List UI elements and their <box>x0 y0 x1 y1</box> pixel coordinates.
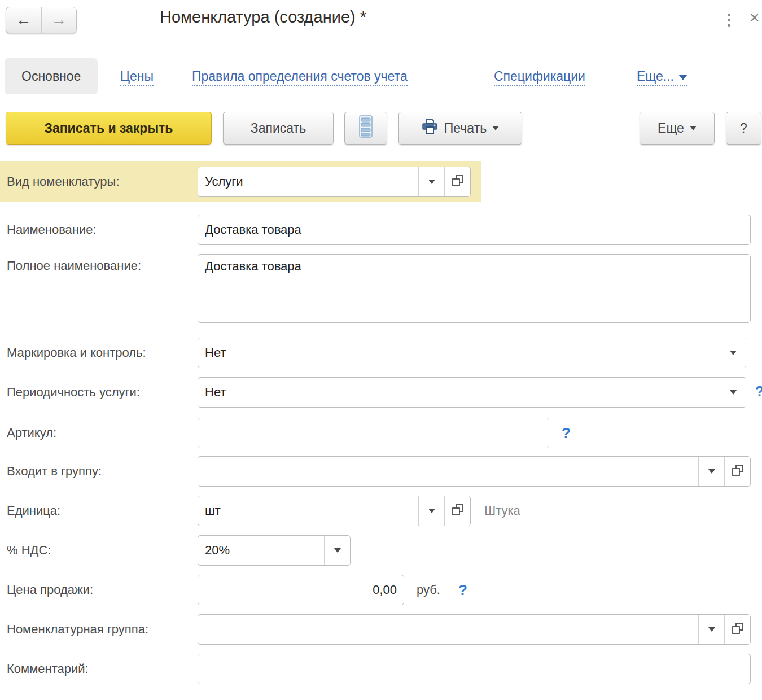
dropdown-arrow-icon <box>428 509 435 513</box>
marking-combo <box>198 338 746 368</box>
field-label-periodicity: Периодичность услуги: <box>7 385 198 400</box>
nomenclature-create-window: ← → Номенклатура (создание) * × Основное… <box>0 0 762 700</box>
tab-more-label: Еще... <box>637 69 674 84</box>
printer-icon <box>422 118 439 138</box>
dropdown-arrow-icon <box>690 126 697 130</box>
more-button-label: Еще <box>658 121 684 136</box>
forward-button[interactable]: → <box>42 7 77 33</box>
close-icon[interactable]: × <box>750 8 760 27</box>
field-label-unit: Единица: <box>7 504 198 518</box>
dropdown-arrow-icon <box>428 180 435 184</box>
field-label-vid: Вид номенклатуры: <box>7 174 198 189</box>
open-form-icon <box>452 174 464 189</box>
open-form-icon <box>452 504 464 518</box>
tab-prices[interactable]: Цены <box>120 69 154 86</box>
name-input[interactable] <box>198 215 751 245</box>
open-form-icon <box>732 622 744 637</box>
article-input[interactable] <box>198 418 549 448</box>
print-button[interactable]: Печать <box>398 112 522 145</box>
unit-hint: Штука <box>484 504 520 518</box>
dropdown-arrow-icon <box>708 469 715 474</box>
marking-dropdown-button[interactable] <box>720 338 746 368</box>
vid-nomenklatury-input[interactable] <box>198 167 418 196</box>
save-button[interactable]: Записать <box>223 112 334 145</box>
parent-group-combo <box>198 456 751 487</box>
unit-input[interactable] <box>198 496 418 526</box>
periodicity-input[interactable] <box>198 378 720 407</box>
periodicity-dropdown-button[interactable] <box>720 378 746 407</box>
article-help-icon[interactable]: ? <box>562 425 571 442</box>
field-label-sale-price: Цена продажи: <box>7 583 198 597</box>
vid-nomenklatury-combo <box>198 167 471 197</box>
chevron-down-icon <box>678 75 687 80</box>
dropdown-arrow-icon <box>492 126 499 130</box>
nom-group-input[interactable] <box>198 615 698 644</box>
tab-specifications[interactable]: Спецификации <box>494 69 585 86</box>
register-records-icon <box>357 114 375 142</box>
help-button[interactable]: ? <box>726 112 761 145</box>
sale-price-help-icon[interactable]: ? <box>458 581 467 599</box>
save-and-close-button[interactable]: Записать и закрыть <box>6 112 212 145</box>
field-label-marking: Маркировка и контроль: <box>7 345 198 360</box>
dropdown-arrow-icon <box>334 548 341 553</box>
periodicity-help-icon[interactable]: ? <box>755 383 762 400</box>
unit-open-button[interactable] <box>444 496 470 526</box>
unit-combo <box>198 496 471 526</box>
vat-combo <box>198 535 351 566</box>
tab-main[interactable]: Основное <box>5 58 98 94</box>
kebab-menu-icon[interactable] <box>721 10 736 29</box>
print-button-label: Печать <box>444 121 487 136</box>
currency-label: руб. <box>417 583 440 597</box>
tab-more[interactable]: Еще... <box>637 69 687 86</box>
vat-input[interactable] <box>198 536 324 565</box>
dropdown-arrow-icon <box>730 390 737 395</box>
comment-input[interactable] <box>198 654 751 684</box>
sale-price-input[interactable] <box>198 575 404 605</box>
vat-dropdown-button[interactable] <box>324 536 350 565</box>
field-label-nom-group: Номенклатурная группа: <box>7 622 198 637</box>
field-label-vat: % НДС: <box>7 543 198 558</box>
nom-group-dropdown-button[interactable] <box>698 615 724 644</box>
parent-group-open-button[interactable] <box>724 457 750 486</box>
vid-open-button[interactable] <box>444 167 470 196</box>
history-nav-group: ← → <box>6 7 77 33</box>
dropdown-arrow-icon <box>730 351 737 355</box>
register-records-button[interactable] <box>344 112 387 145</box>
fullname-textarea[interactable]: Доставка товара <box>198 254 751 323</box>
tab-account-rules[interactable]: Правила определения счетов учета <box>192 69 408 86</box>
parent-group-dropdown-button[interactable] <box>698 457 724 486</box>
nom-group-open-button[interactable] <box>724 615 750 644</box>
field-label-parent-group: Входит в группу: <box>7 464 198 479</box>
open-form-icon <box>732 464 744 479</box>
periodicity-combo <box>198 377 746 408</box>
unit-dropdown-button[interactable] <box>418 496 444 526</box>
dropdown-arrow-icon <box>708 627 715 632</box>
back-button[interactable]: ← <box>6 7 42 33</box>
parent-group-input[interactable] <box>198 457 698 486</box>
field-label-name: Наименование: <box>7 222 198 237</box>
field-label-comment: Комментарий: <box>7 662 198 676</box>
vid-dropdown-button[interactable] <box>418 167 444 196</box>
more-button[interactable]: Еще <box>640 112 715 145</box>
nom-group-combo <box>198 614 751 645</box>
marking-input[interactable] <box>198 338 720 368</box>
field-label-article: Артикул: <box>7 426 198 440</box>
page-title: Номенклатура (создание) * <box>160 8 366 27</box>
field-label-fullname: Полное наименование: <box>7 254 198 273</box>
